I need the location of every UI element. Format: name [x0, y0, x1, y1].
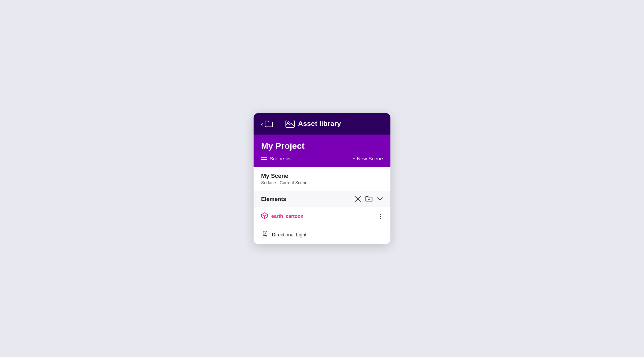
svg-line-14 [264, 235, 265, 237]
scene-list-label: Scene list [270, 156, 292, 162]
close-elements-button[interactable] [355, 196, 361, 202]
elements-header: Elements [254, 191, 390, 207]
main-card: ‹ Asset library My Project Scene l [254, 113, 390, 244]
svg-line-13 [263, 235, 264, 237]
dot [380, 218, 381, 219]
dot [380, 214, 381, 215]
3d-object-icon [261, 212, 268, 221]
project-actions: Scene list + New Scene [261, 156, 383, 162]
elements-actions [355, 195, 383, 203]
scene-subtitle: Surface - Current Scene [261, 181, 383, 185]
x-icon [355, 196, 361, 202]
header-title-area: Asset library [285, 119, 341, 129]
chevron-down-icon [377, 197, 383, 201]
more-options-button-earth[interactable] [379, 213, 383, 220]
new-scene-label: + New Scene [352, 156, 383, 162]
image-icon [285, 119, 295, 129]
project-name: My Project [261, 141, 383, 151]
folder-icon [265, 120, 273, 128]
elements-list: earth_cartoon [254, 207, 390, 244]
svg-line-16 [266, 235, 267, 237]
header-bar: ‹ Asset library [254, 113, 390, 135]
back-chevron-icon: ‹ [261, 121, 263, 127]
scene-info: My Scene Surface - Current Scene [254, 167, 390, 191]
header-title: Asset library [298, 120, 341, 128]
element-item-directional-light[interactable]: Directional Light [254, 226, 390, 244]
svg-point-7 [264, 232, 266, 234]
new-scene-button[interactable]: + New Scene [352, 156, 383, 162]
scene-list-button[interactable]: Scene list [261, 156, 292, 162]
collapse-elements-button[interactable] [377, 197, 383, 201]
add-folder-icon [365, 195, 373, 203]
element-name-earth-cartoon: earth_cartoon [271, 214, 303, 219]
element-item-left-light: Directional Light [261, 231, 306, 239]
project-section: My Project Scene list + New Scene [254, 135, 390, 167]
back-button[interactable]: ‹ [261, 120, 273, 128]
element-name-directional-light: Directional Light [272, 232, 306, 238]
elements-title: Elements [261, 196, 286, 202]
hamburger-icon [261, 157, 267, 160]
dot [380, 216, 381, 217]
directional-light-icon [261, 231, 269, 239]
element-item-earth-cartoon[interactable]: earth_cartoon [254, 207, 390, 226]
svg-line-10 [263, 232, 264, 232]
svg-line-9 [266, 232, 267, 232]
svg-line-15 [265, 235, 266, 237]
scene-name: My Scene [261, 172, 383, 179]
header-divider [279, 119, 279, 129]
add-to-folder-button[interactable] [365, 195, 373, 203]
element-item-left: earth_cartoon [261, 212, 303, 221]
